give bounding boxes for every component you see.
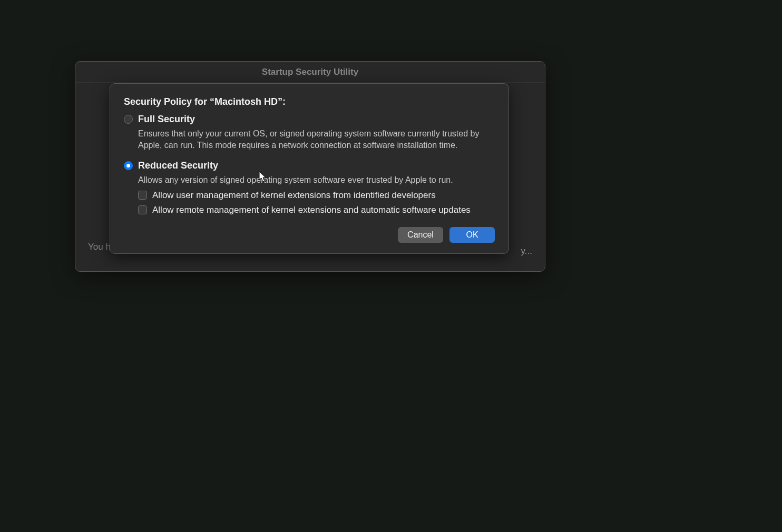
- option-full-security: Full Security Ensures that only your cur…: [124, 114, 495, 151]
- checkbox-kernel-ext-remote-label: Allow remote management of kernel extens…: [152, 205, 471, 215]
- cancel-button[interactable]: Cancel: [398, 227, 443, 243]
- checkbox-kernel-ext-remote[interactable]: Allow remote management of kernel extens…: [138, 205, 495, 215]
- radio-full-security[interactable]: [124, 115, 133, 124]
- sheet-button-row: Cancel OK: [124, 227, 495, 243]
- option-full-security-desc: Ensures that only your current OS, or si…: [138, 128, 495, 151]
- option-reduced-security-head[interactable]: Reduced Security: [124, 160, 495, 171]
- checkbox-kernel-ext-user[interactable]: Allow user management of kernel extensio…: [138, 190, 495, 201]
- checkbox-kernel-ext-remote-box[interactable]: [138, 205, 147, 214]
- window-body-text-partial: You h: [88, 242, 111, 252]
- checkbox-kernel-ext-user-label: Allow user management of kernel extensio…: [152, 190, 436, 201]
- ok-button[interactable]: OK: [449, 227, 495, 243]
- window-titlebar: Startup Security Utility: [75, 62, 545, 83]
- window-title: Startup Security Utility: [262, 67, 358, 77]
- sheet-title: Security Policy for “Macintosh HD”:: [124, 96, 495, 107]
- option-reduced-security-desc: Allows any version of signed operating s…: [138, 174, 495, 186]
- checkbox-kernel-ext-user-box[interactable]: [138, 191, 147, 200]
- option-reduced-security-label: Reduced Security: [138, 160, 218, 171]
- radio-reduced-security[interactable]: [124, 161, 133, 170]
- window-body-button-partial: y...: [521, 246, 532, 257]
- option-full-security-head[interactable]: Full Security: [124, 114, 495, 125]
- option-full-security-label: Full Security: [138, 114, 195, 125]
- security-policy-sheet: Security Policy for “Macintosh HD”: Full…: [110, 83, 509, 254]
- option-reduced-security: Reduced Security Allows any version of s…: [124, 160, 495, 215]
